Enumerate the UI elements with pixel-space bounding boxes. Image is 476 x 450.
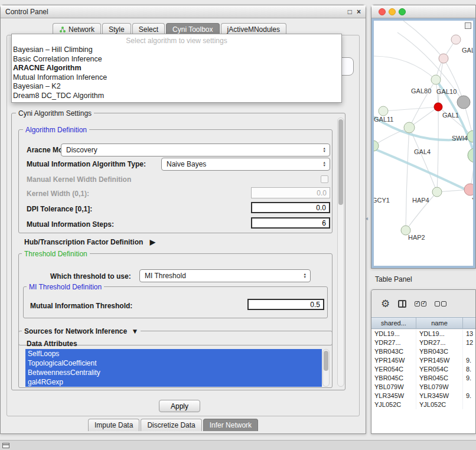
unchecked-boxes-icon[interactable]: [435, 301, 446, 306]
network-node[interactable]: [468, 148, 473, 162]
mi-steps-input[interactable]: [251, 217, 330, 229]
table-cell: [463, 400, 475, 409]
node-label: GCY1: [374, 197, 390, 204]
node-label: GAL11: [374, 116, 393, 123]
hub-definition-toggle[interactable]: Hub/Transcription Factor Definition ▶: [24, 238, 155, 246]
mi-algorithm-type-select[interactable]: Naive Bayes ▲▼: [161, 158, 330, 171]
table-cell: YDL19...: [416, 330, 463, 338]
table-row[interactable]: YER054CYER054C8.: [371, 365, 475, 374]
dropdown-arrows-icon: ▲▼: [323, 161, 326, 167]
attributes-scrollbar[interactable]: [322, 349, 330, 387]
table-row[interactable]: YLR345WYLR345W9.: [371, 392, 475, 400]
data-attributes-label: Data Attributes: [27, 340, 77, 348]
network-view-window: GAL80GAL10GAL11GAL1SWI4GAL4GCY1HAP4YHAP2…: [371, 5, 476, 269]
network-node[interactable]: [432, 187, 442, 197]
which-threshold-label: Which threshold to use:: [50, 272, 131, 281]
table-cell: YBR043C: [371, 347, 416, 356]
table-row[interactable]: YBR043CYBR043C: [371, 347, 475, 356]
network-edge: [406, 128, 409, 230]
network-node[interactable]: [457, 96, 470, 109]
algorithm-definition-title: Algorithm Definition: [23, 126, 89, 134]
checked-boxes-icon[interactable]: [415, 301, 426, 306]
table-cell: YER054C: [371, 365, 416, 374]
tab-impute-data[interactable]: Impute Data: [88, 419, 139, 431]
algorithm-option[interactable]: Basic Correlation Inference: [12, 55, 341, 64]
dpi-tolerance-input[interactable]: [251, 202, 330, 213]
data-attributes-list[interactable]: SelfLoopsTopologicalCoefficientBetweenne…: [25, 349, 322, 387]
which-threshold-select[interactable]: MI Threshold ▲▼: [139, 269, 311, 282]
mi-threshold-title: MI Threshold Definition: [27, 283, 104, 291]
settings-scrollbar[interactable]: [337, 118, 344, 387]
dpi-tolerance-label: DPI Tolerance [0,1]:: [27, 205, 92, 213]
network-node[interactable]: [404, 122, 415, 133]
dropdown-arrows-icon: ▲▼: [323, 147, 326, 153]
mi-threshold-input[interactable]: [247, 299, 324, 310]
aracne-mode-select[interactable]: Discovery ▲▼: [61, 144, 330, 156]
network-edge: [437, 107, 438, 192]
table-columns-icon[interactable]: [398, 300, 406, 308]
table-toolbar: ⚙: [371, 291, 475, 317]
network-tab-icon: [59, 26, 66, 33]
table-row[interactable]: YDL19...YDL19...13: [371, 330, 475, 338]
algorithm-option[interactable]: Bayesian – Hill Climbing: [12, 45, 341, 55]
column-header[interactable]: shared...: [371, 318, 416, 328]
algorithm-option[interactable]: Mutual Information Inference: [12, 73, 341, 83]
algorithm-option-list: Bayesian – Hill ClimbingBasic Correlatio…: [12, 45, 341, 100]
node-label: HAP2: [408, 234, 425, 241]
close-traffic-light-icon[interactable]: [379, 8, 386, 15]
table-header-row: shared...name: [371, 317, 475, 329]
table-panel-title: Table Panel: [375, 275, 412, 283]
network-node[interactable]: [451, 35, 461, 44]
data-attribute-item[interactable]: BetweennessCentrality: [25, 368, 322, 377]
table-row[interactable]: YBR045CYBR045C9.: [371, 374, 475, 383]
table-cell: YBL079W: [371, 383, 416, 392]
column-header[interactable]: name: [416, 318, 463, 328]
table-row[interactable]: YBL079WYBL079W: [371, 383, 475, 392]
tab-infer-network[interactable]: Infer Network: [203, 419, 258, 431]
network-node[interactable]: [431, 75, 441, 84]
algorithm-option[interactable]: Dream8 DC_TDC Algorithm: [12, 92, 341, 101]
network-node[interactable]: [379, 106, 388, 116]
network-node[interactable]: [434, 103, 442, 111]
node-label: GAL10: [436, 88, 457, 95]
mi-type-label: Mutual Information Algorithm Type:: [27, 160, 146, 168]
view-corner-box[interactable]: [465, 22, 471, 29]
splitter-handle[interactable]: ◂: [365, 215, 368, 221]
close-window-icon[interactable]: ×: [357, 8, 361, 15]
table-cell: YBR045C: [371, 374, 416, 383]
column-header[interactable]: [463, 318, 475, 328]
table-row[interactable]: YDR27...YDR27...12: [371, 338, 475, 347]
tab-discretize-data[interactable]: Discretize Data: [141, 419, 201, 431]
algorithm-dropdown: Select algorithm to view settings Bayesi…: [11, 34, 342, 103]
attributes-scrollbar-thumb[interactable]: [324, 351, 328, 371]
sources-toggle[interactable]: Sources for Network Inference ▼: [22, 327, 141, 335]
node-label: Y: [472, 197, 473, 204]
data-attribute-item[interactable]: SelfLoops: [25, 349, 322, 358]
table-cell: 9.: [463, 392, 475, 400]
minimize-traffic-light-icon[interactable]: [389, 8, 396, 15]
dropdown-placeholder: Select algorithm to view settings: [12, 37, 341, 45]
float-window-icon[interactable]: □: [348, 8, 352, 15]
threshold-definition-title: Threshold Definition: [22, 250, 90, 258]
settings-scrollbar-thumb[interactable]: [338, 119, 343, 205]
network-node[interactable]: [439, 54, 448, 63]
mi-steps-label: Mutual Information Steps:: [27, 220, 114, 229]
minimized-panel-icon[interactable]: [2, 443, 9, 448]
network-canvas[interactable]: GAL80GAL10GAL11GAL1SWI4GAL4GCY1HAP4YHAP2…: [374, 21, 473, 266]
table-row[interactable]: YJL052CYJL052C: [371, 400, 475, 409]
table-cell: YJL052C: [371, 400, 416, 409]
network-node[interactable]: [464, 184, 473, 195]
kernel-width-input: [251, 187, 330, 198]
gear-icon[interactable]: ⚙: [381, 299, 390, 309]
table-row[interactable]: YPR145WYPR145W9.: [371, 356, 475, 365]
zoom-traffic-light-icon[interactable]: [399, 8, 406, 15]
node-label: SWI4: [452, 135, 468, 142]
data-attribute-item[interactable]: TopologicalCoefficient: [25, 358, 322, 368]
control-panel-titlebar[interactable]: Control Panel □ ×: [1, 5, 366, 18]
data-attribute-item[interactable]: gal4RGexp: [25, 377, 322, 387]
algorithm-option[interactable]: Bayesian – K2: [12, 82, 341, 92]
algorithm-option[interactable]: ARACNE Algorithm: [12, 64, 341, 73]
apply-button[interactable]: Apply: [159, 400, 200, 412]
table-cell: [463, 347, 475, 356]
network-frame: GAL80GAL10GAL11GAL1SWI4GAL4GCY1HAP4YHAP2…: [371, 18, 475, 268]
